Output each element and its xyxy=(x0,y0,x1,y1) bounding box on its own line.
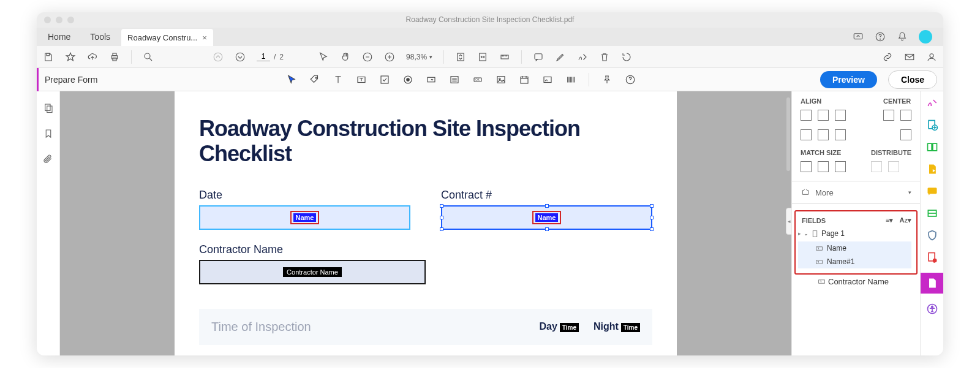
file-tab[interactable]: Roadway Constru... × xyxy=(121,29,213,46)
dropdown-icon[interactable] xyxy=(426,74,437,85)
tree-field-name1[interactable]: Name#1 xyxy=(798,255,911,268)
center-icon[interactable] xyxy=(883,110,911,121)
align-left-icon[interactable] xyxy=(801,110,871,121)
fit-page-icon[interactable] xyxy=(455,51,466,63)
svg-point-22 xyxy=(406,78,409,81)
distribute-icons[interactable] xyxy=(871,161,911,172)
preview-button[interactable]: Preview xyxy=(820,71,877,88)
close-button[interactable]: Close xyxy=(888,70,937,89)
traffic-close[interactable] xyxy=(44,17,51,23)
search-icon[interactable] xyxy=(143,51,154,63)
signature-tool-icon[interactable] xyxy=(925,96,939,110)
svg-point-8 xyxy=(214,53,222,61)
list-icon[interactable] xyxy=(449,74,460,85)
sign-icon[interactable] xyxy=(577,51,588,63)
contractor-field[interactable]: Contractor Name xyxy=(199,260,426,284)
profile-icon[interactable] xyxy=(926,51,937,63)
page-current-input[interactable] xyxy=(257,52,270,61)
zoom-in-icon[interactable] xyxy=(384,51,395,63)
add-page-icon[interactable] xyxy=(925,118,939,132)
svg-rect-35 xyxy=(816,246,823,249)
alert-pdf-icon[interactable]: ! xyxy=(925,251,939,264)
tab-tools[interactable]: Tools xyxy=(81,28,119,46)
pointer-icon[interactable] xyxy=(318,51,329,63)
save-icon[interactable] xyxy=(43,51,54,63)
date-field[interactable]: Name xyxy=(199,205,410,230)
export-icon[interactable] xyxy=(925,162,939,176)
contract-field[interactable]: Name xyxy=(441,205,652,230)
star-icon[interactable] xyxy=(65,51,76,63)
scrollbar-thumb[interactable] xyxy=(786,97,790,171)
mode-label: Prepare Form xyxy=(37,68,101,91)
align-top-icon[interactable] xyxy=(801,129,846,140)
traffic-min[interactable] xyxy=(56,17,62,23)
trash-icon[interactable] xyxy=(599,51,610,63)
highlight-icon[interactable] xyxy=(555,51,566,63)
tree-field-name[interactable]: Name xyxy=(798,241,911,255)
center-heading: CENTER xyxy=(883,97,911,105)
date-label: Date xyxy=(199,189,410,202)
text-field-icon[interactable] xyxy=(333,74,344,85)
window-title: Roadway Construction Site Inspection Che… xyxy=(37,15,943,24)
thumbnails-icon[interactable] xyxy=(43,102,54,113)
distribute-heading: DISTRIBUTE xyxy=(871,149,911,156)
help-icon[interactable] xyxy=(875,31,886,42)
checkbox-icon[interactable] xyxy=(379,74,390,85)
page-down-icon[interactable] xyxy=(235,51,246,63)
sort-icon[interactable]: ≡▾ xyxy=(886,216,893,224)
traffic-lights xyxy=(44,17,74,23)
rotate-icon[interactable] xyxy=(621,51,632,63)
svg-rect-41 xyxy=(932,143,937,151)
close-tab-icon[interactable]: × xyxy=(202,33,207,42)
attachment-icon[interactable] xyxy=(43,154,54,165)
page-up-icon[interactable] xyxy=(213,51,224,63)
signature-field-icon[interactable] xyxy=(542,74,553,85)
ruler-icon[interactable] xyxy=(499,51,510,63)
pan-icon[interactable] xyxy=(340,51,351,63)
bell-icon[interactable] xyxy=(897,31,908,42)
barcode-icon[interactable] xyxy=(565,74,576,85)
tree-field-contractor[interactable]: Contractor Name xyxy=(801,275,911,289)
fit-width-icon[interactable] xyxy=(477,51,488,63)
tab-home[interactable]: Home xyxy=(39,28,79,46)
zoom-level[interactable]: 98,3%▾ xyxy=(406,53,432,61)
text-box-icon[interactable] xyxy=(356,74,367,85)
screen-share-icon[interactable] xyxy=(853,31,864,42)
zoom-out-icon[interactable] xyxy=(362,51,373,63)
help-form-icon[interactable] xyxy=(625,74,636,85)
document-heading: Roadway Construction Site Inspection Che… xyxy=(199,116,652,167)
date-icon[interactable] xyxy=(519,74,530,85)
image-icon[interactable] xyxy=(496,74,507,85)
form-tool-active-icon[interactable] xyxy=(921,273,944,294)
center-v-icon[interactable] xyxy=(900,129,911,140)
svg-rect-42 xyxy=(927,188,937,194)
mail-icon[interactable] xyxy=(904,51,915,63)
pdf-page[interactable]: Roadway Construction Site Inspection Che… xyxy=(175,91,677,355)
radio-icon[interactable] xyxy=(402,74,413,85)
collapse-sidebar-handle[interactable]: ◂ xyxy=(786,208,791,235)
comment-icon[interactable] xyxy=(533,51,544,63)
avatar[interactable] xyxy=(919,30,932,44)
select-tool-icon[interactable] xyxy=(286,74,297,85)
compare-icon[interactable] xyxy=(925,140,939,154)
button-icon[interactable]: OK xyxy=(472,74,483,85)
pin-icon[interactable] xyxy=(601,74,612,85)
chat-icon[interactable] xyxy=(925,184,939,198)
svg-rect-5 xyxy=(113,53,116,56)
svg-rect-6 xyxy=(113,58,116,61)
scan-icon[interactable] xyxy=(925,207,939,220)
bookmark-icon[interactable] xyxy=(43,128,54,139)
tag-tool-icon[interactable] xyxy=(309,74,320,85)
contractor-field-name: Contractor Name xyxy=(283,267,342,277)
match-icons[interactable] xyxy=(801,161,859,172)
protect-icon[interactable] xyxy=(925,229,939,242)
tree-page-node[interactable]: ▸ ⌄ Page 1 xyxy=(798,229,911,238)
svg-point-2 xyxy=(880,39,881,39)
az-sort-icon[interactable]: AZ▾ xyxy=(899,216,911,224)
traffic-max[interactable] xyxy=(67,17,74,23)
link-icon[interactable] xyxy=(882,51,893,63)
cloud-upload-icon[interactable] xyxy=(87,51,98,63)
accessibility-icon[interactable] xyxy=(925,302,939,316)
print-icon[interactable] xyxy=(109,51,120,63)
more-dropdown[interactable]: More ▾ xyxy=(801,188,911,197)
